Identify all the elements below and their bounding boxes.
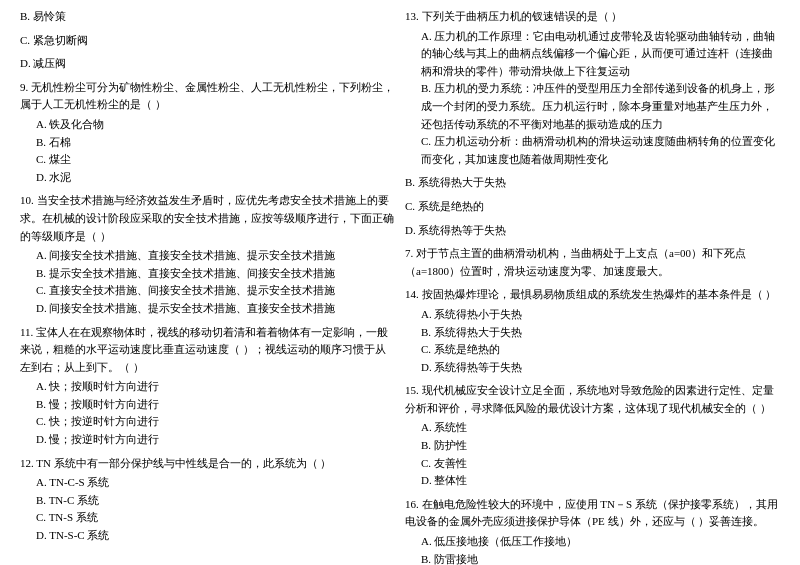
q12-option-b: B. TN-C 系统: [20, 492, 395, 510]
page-container: B. 易怜策 C. 紧急切断阀 D. 减压阀 9. 无机性粉尘可分为矿物性粉尘、…: [0, 0, 800, 565]
question-10-text: 10. 当安全技术措施与经济效益发生矛盾时，应优先考虑安全技术措施上的要求。在机…: [20, 192, 395, 245]
right-column: 13. 下列关于曲柄压力机的钗速错误的是（ ） A. 压力机的工作原理：它由电动…: [405, 8, 780, 565]
item-c2: C. 系统是绝热的: [405, 198, 780, 216]
question-10: 10. 当安全技术措施与经济效益发生矛盾时，应优先考虑安全技术措施上的要求。在机…: [20, 192, 395, 317]
item-c1-text: C. 紧急切断阀: [20, 32, 395, 50]
q15-option-a: A. 系统性: [405, 419, 780, 437]
item-d1-text: D. 减压阀: [20, 55, 395, 73]
q11-option-d: D. 慢；按逆时针方向进行: [20, 431, 395, 449]
question-15: 15. 现代机械应安全设计立足全面，系统地对导致危险的因素进行定性、定量分析和评…: [405, 382, 780, 490]
item-b2: B. 系统得热大于失热: [405, 174, 780, 192]
item-c1: C. 紧急切断阀: [20, 32, 395, 50]
q11-option-a: A. 快；按顺时针方向进行: [20, 378, 395, 396]
item-d2: D. 系统得热等于失热: [405, 222, 780, 240]
q11-option-c: C. 快；按逆时针方向进行: [20, 413, 395, 431]
item-d1: D. 减压阀: [20, 55, 395, 73]
question-15-text: 15. 现代机械应安全设计立足全面，系统地对导致危险的因素进行定性、定量分析和评…: [405, 382, 780, 417]
q10-option-c: C. 直接安全技术措施、间接安全技术措施、提示安全技术措施: [20, 282, 395, 300]
q9-option-a: A. 铁及化合物: [20, 116, 395, 134]
item-d2-text: D. 系统得热等于失热: [405, 222, 780, 240]
question-9-text: 9. 无机性粉尘可分为矿物性粉尘、金属性粉尘、人工无机性粉尘，下列粉尘，属于人工…: [20, 79, 395, 114]
q12-option-c: C. TN-S 系统: [20, 509, 395, 527]
q14-option-a: A. 系统得热小于失热: [405, 306, 780, 324]
left-column: B. 易怜策 C. 紧急切断阀 D. 减压阀 9. 无机性粉尘可分为矿物性粉尘、…: [20, 8, 395, 565]
q9-option-d: D. 水泥: [20, 169, 395, 187]
q10-option-a: A. 间接安全技术措施、直接安全技术措施、提示安全技术措施: [20, 247, 395, 265]
q15-option-b: B. 防护性: [405, 437, 780, 455]
question-14-text: 14. 按固热爆炸理论，最惧易易物质组成的系统发生热爆炸的基本条件是（ ）: [405, 286, 780, 304]
question-11: 11. 宝体人在在观察物体时，视线的移动切着清和着着物体有一定影响，一般来说，粗…: [20, 324, 395, 449]
q16-option-b: B. 防雷接地: [405, 551, 780, 565]
q16-option-a: A. 低压接地接（低压工作接地）: [405, 533, 780, 551]
q9-option-c: C. 煤尘: [20, 151, 395, 169]
item-b1: B. 易怜策: [20, 8, 395, 26]
q15-option-d: D. 整体性: [405, 472, 780, 490]
question-16: 16. 在触电危险性较大的环境中，应使用 TN－S 系统（保护接零系统），其用电…: [405, 496, 780, 565]
q10-option-d: D. 间接安全技术措施、提示安全技术措施、直接安全技术措施: [20, 300, 395, 318]
q13-option-c: C. 压力机运动分析：曲柄滑动机构的滑块运动速度随曲柄转角的位置变化而变化，其加…: [405, 133, 780, 168]
two-column-layout: B. 易怜策 C. 紧急切断阀 D. 减压阀 9. 无机性粉尘可分为矿物性粉尘、…: [20, 8, 780, 565]
q13-option-a: A. 压力机的工作原理：它由电动机通过皮带轮及齿轮驱动曲轴转动，曲轴的轴心线与其…: [405, 28, 780, 81]
item-b2-text: B. 系统得热大于失热: [405, 174, 780, 192]
question-11-text: 11. 宝体人在在观察物体时，视线的移动切着清和着着物体有一定影响，一般来说，粗…: [20, 324, 395, 377]
question-16-text: 16. 在触电危险性较大的环境中，应使用 TN－S 系统（保护接零系统），其用电…: [405, 496, 780, 531]
q13-option-b: B. 压力机的受力系统：冲压件的受型用压力全部传递到设备的机身上，形成一个封闭的…: [405, 80, 780, 133]
q10-option-b: B. 提示安全技术措施、直接安全技术措施、间接安全技术措施: [20, 265, 395, 283]
q14-option-c: C. 系统是绝热的: [405, 341, 780, 359]
question-14: 14. 按固热爆炸理论，最惧易易物质组成的系统发生热爆炸的基本条件是（ ） A.…: [405, 286, 780, 376]
question-12-text: 12. TN 系统中有一部分保护线与中性线是合一的，此系统为（ ）: [20, 455, 395, 473]
question-12: 12. TN 系统中有一部分保护线与中性线是合一的，此系统为（ ） A. TN-…: [20, 455, 395, 545]
question-13: 13. 下列关于曲柄压力机的钗速错误的是（ ） A. 压力机的工作原理：它由电动…: [405, 8, 780, 168]
question-13-text: 13. 下列关于曲柄压力机的钗速错误的是（ ）: [405, 8, 780, 26]
q12-option-d: D. TN-S-C 系统: [20, 527, 395, 545]
q12-option-a: A. TN-C-S 系统: [20, 474, 395, 492]
q9-option-b: B. 石棉: [20, 134, 395, 152]
item-c2-text: C. 系统是绝热的: [405, 198, 780, 216]
q15-option-c: C. 友善性: [405, 455, 780, 473]
q7-special: 7. 对于节点主置的曲柄滑动机构，当曲柄处于上支点（a=00）和下死点（a=18…: [405, 245, 780, 280]
item-b1-text: B. 易怜策: [20, 8, 395, 26]
question-9: 9. 无机性粉尘可分为矿物性粉尘、金属性粉尘、人工无机性粉尘，下列粉尘，属于人工…: [20, 79, 395, 187]
q14-option-b: B. 系统得热大于失热: [405, 324, 780, 342]
q7-special-text: 7. 对于节点主置的曲柄滑动机构，当曲柄处于上支点（a=00）和下死点（a=18…: [405, 245, 780, 280]
q11-option-b: B. 慢；按顺时针方向进行: [20, 396, 395, 414]
q14-option-d: D. 系统得热等于失热: [405, 359, 780, 377]
